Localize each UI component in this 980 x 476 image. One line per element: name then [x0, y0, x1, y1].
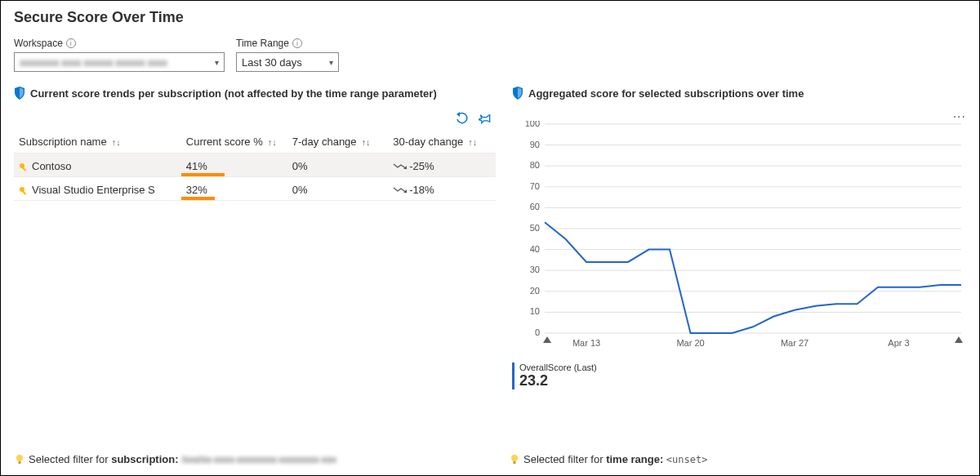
svg-text:Mar 13: Mar 13 [572, 338, 600, 348]
footer-timerange-filter: Selected filter for time range: <unset> [523, 453, 707, 465]
left-panel-title: Current score trends per subscription (n… [30, 87, 437, 100]
svg-rect-1 [22, 167, 27, 171]
footer-subscription-filter: Selected filter for subscription: /xxx/x… [29, 453, 336, 465]
page-title: Secure Score Over Time [14, 9, 966, 26]
svg-text:100: 100 [525, 121, 540, 128]
sort-icon: ↑↓ [468, 137, 477, 147]
svg-text:0: 0 [535, 327, 540, 337]
aggregated-score-chart[interactable]: 0102030405060708090100Mar 13Mar 20Mar 27… [512, 121, 966, 358]
info-icon[interactable]: i [292, 38, 302, 48]
info-icon[interactable]: i [66, 38, 76, 48]
metric-value: 23.2 [519, 372, 966, 389]
svg-text:40: 40 [530, 244, 540, 254]
svg-point-30 [16, 455, 23, 461]
table-row[interactable]: Contoso41%0%-25% [14, 153, 496, 177]
lightbulb-icon [14, 454, 25, 465]
svg-point-32 [511, 455, 518, 461]
col-subscription[interactable]: Subscription name↑↓ [14, 131, 181, 153]
svg-text:Apr 3: Apr 3 [888, 338, 909, 348]
chevron-down-icon: ▾ [215, 58, 219, 67]
right-panel-title: Aggregated score for selected subscripti… [528, 87, 804, 100]
timerange-dropdown[interactable]: Last 30 days ▾ [236, 52, 339, 72]
svg-text:80: 80 [530, 160, 540, 170]
col-score[interactable]: Current score %↑↓ [181, 131, 287, 153]
workspace-dropdown[interactable]: xxxxxxxx xxxx xxxxxx xxxxxx xxxx ▾ [14, 52, 225, 72]
metric-label: OverallScore (Last) [519, 363, 966, 372]
svg-text:Mar 27: Mar 27 [781, 338, 808, 348]
svg-text:Mar 20: Mar 20 [676, 338, 704, 348]
svg-text:90: 90 [530, 140, 540, 149]
svg-text:10: 10 [530, 306, 540, 316]
svg-rect-3 [22, 190, 27, 195]
table-row[interactable]: Visual Studio Enterprise S32%0%-18% [14, 177, 496, 201]
sort-icon: ↑↓ [362, 137, 371, 147]
col-7day[interactable]: 7-day change↑↓ [287, 131, 388, 153]
shield-icon [512, 87, 523, 100]
sort-icon: ↑↓ [112, 137, 121, 147]
timerange-label: Time Range i [236, 38, 339, 49]
svg-text:70: 70 [530, 181, 540, 191]
undo-icon[interactable] [455, 111, 470, 126]
chevron-down-icon: ▾ [329, 58, 333, 67]
svg-text:60: 60 [530, 202, 540, 211]
svg-rect-31 [19, 461, 21, 464]
lightbulb-icon [509, 454, 520, 465]
col-30day[interactable]: 30-day change↑↓ [388, 131, 496, 153]
key-icon [19, 162, 29, 172]
trend-down-icon [393, 185, 409, 197]
svg-text:30: 30 [530, 265, 540, 274]
sort-icon: ↑↓ [268, 137, 277, 147]
workspace-label: Workspace i [14, 38, 225, 49]
svg-text:50: 50 [530, 223, 540, 233]
trend-down-icon [393, 161, 409, 173]
svg-rect-33 [514, 461, 516, 464]
shield-icon [14, 87, 25, 100]
subscription-trends-table: Subscription name↑↓ Current score %↑↓ 7-… [14, 131, 496, 201]
key-icon [19, 186, 29, 196]
pin-icon[interactable] [478, 111, 492, 126]
svg-text:20: 20 [530, 286, 540, 296]
